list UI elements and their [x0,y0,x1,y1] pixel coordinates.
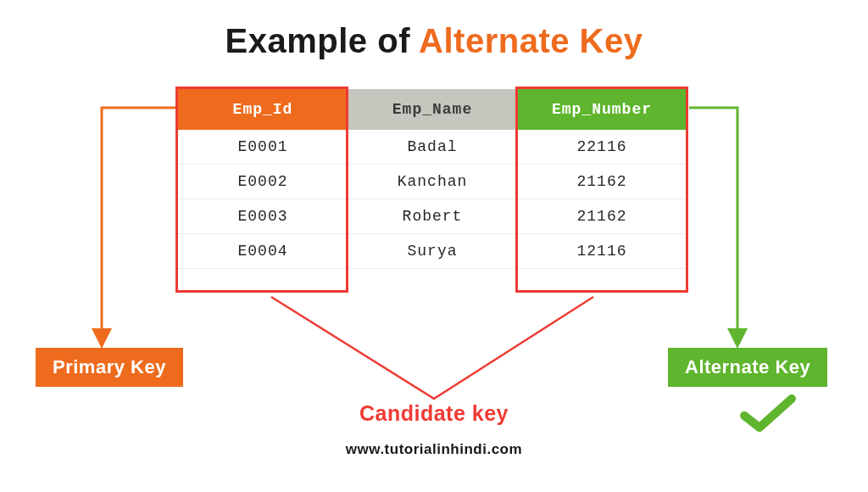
table-row: E0002 Kanchan 21162 [178,165,687,199]
title-part2: Alternate Key [419,22,643,59]
primary-key-label: Primary Key [36,348,183,387]
col-header-empid: Emp_Id [178,89,348,130]
cell-empname: Surya [348,234,517,269]
cell-empname: Robert [348,199,517,234]
candidate-key-label: Candidate key [0,401,868,426]
cell-empid: E0002 [178,165,348,199]
cell-empid: E0001 [178,130,348,165]
table-row: E0003 Robert 21162 [178,199,687,234]
table-header-row: Emp_Id Emp_Name Emp_Number [178,89,687,130]
table-row: E0004 Surya 12116 [178,234,687,269]
v-connector-candidate-key [271,297,593,399]
title-part1: Example of [225,22,420,59]
alternate-key-label: Alternate Key [668,348,827,387]
arrow-alternate-key [689,108,737,341]
cell-empnumber: 21162 [517,199,687,234]
page-title: Example of Alternate Key [0,22,868,60]
cell-empname: Kanchan [348,165,517,199]
example-table: Emp_Id Emp_Name Emp_Number E0001 Badal 2… [178,89,687,269]
cell-empid: E0004 [178,234,348,269]
cell-empnumber: 21162 [517,165,687,199]
col-header-empname: Emp_Name [348,89,517,130]
cell-empname: Badal [348,130,517,165]
checkmark-icon [739,392,798,434]
example-table-wrap: Emp_Id Emp_Name Emp_Number E0001 Badal 2… [178,89,687,269]
footer-link: www.tutorialinhindi.com [0,441,868,458]
col-header-empnumber: Emp_Number [517,89,687,130]
arrow-primary-key [102,108,175,341]
cell-empnumber: 22116 [517,130,687,165]
table-row: E0001 Badal 22116 [178,130,687,165]
cell-empid: E0003 [178,199,348,234]
cell-empnumber: 12116 [517,234,687,269]
